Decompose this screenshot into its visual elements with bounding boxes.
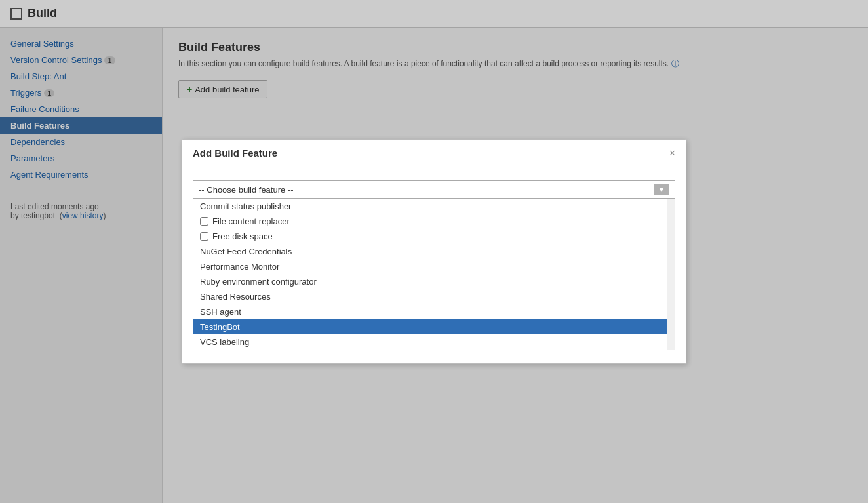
feature-select-wrapper: -- Choose build feature -- ▼ Commit stat… — [193, 180, 675, 350]
dropdown-list: Commit status publisherFile content repl… — [193, 199, 675, 350]
dropdown-item-commit-status-publisher[interactable]: Commit status publisher — [193, 199, 675, 214]
dropdown-item-label-ruby-environment-configurator: Ruby environment configurator — [200, 277, 317, 287]
dropdown-item-nuget-feed-credentials[interactable]: NuGet Feed Credentials — [193, 244, 675, 259]
dropdown-item-ssh-agent[interactable]: SSH agent — [193, 304, 675, 319]
checkbox-file-content-replacer[interactable] — [200, 217, 208, 226]
dropdown-item-label-testingbot: TestingBot — [200, 322, 240, 332]
checkbox-free-disk-space[interactable] — [200, 232, 208, 241]
dropdown-item-label-shared-resources: Shared Resources — [200, 292, 271, 302]
dropdown-item-label-performance-monitor: Performance Monitor — [200, 262, 279, 272]
modal-overlay: Add Build Feature × -- Choose build feat… — [0, 0, 868, 503]
dropdown-item-ruby-environment-configurator[interactable]: Ruby environment configurator — [193, 274, 675, 289]
modal-header: Add Build Feature × — [182, 140, 686, 167]
dropdown-item-label-vcs-labeling: VCS labeling — [200, 337, 249, 347]
dropdown-item-label-nuget-feed-credentials: NuGet Feed Credentials — [200, 247, 292, 256]
select-placeholder: -- Choose build feature -- — [199, 185, 294, 195]
dropdown-item-free-disk-space[interactable]: Free disk space — [193, 229, 675, 244]
dropdown-scrollbar[interactable] — [667, 199, 675, 350]
modal-body: -- Choose build feature -- ▼ Commit stat… — [182, 167, 686, 363]
dropdown-item-label-ssh-agent: SSH agent — [200, 307, 241, 317]
dropdown-item-label-file-content-replacer: File content replacer — [212, 216, 290, 226]
modal-title: Add Build Feature — [193, 148, 277, 159]
dropdown-item-file-content-replacer[interactable]: File content replacer — [193, 214, 675, 229]
dropdown-item-label-commit-status-publisher: Commit status publisher — [200, 201, 291, 211]
feature-select-display[interactable]: -- Choose build feature -- ▼ — [193, 180, 675, 199]
dropdown-item-performance-monitor[interactable]: Performance Monitor — [193, 259, 675, 274]
dropdown-item-label-free-disk-space: Free disk space — [212, 231, 273, 241]
dropdown-item-testingbot[interactable]: TestingBot — [193, 319, 675, 334]
page-wrapper: Build General SettingsVersion Control Se… — [0, 0, 868, 503]
modal-close-button[interactable]: × — [669, 148, 675, 159]
dropdown-item-shared-resources[interactable]: Shared Resources — [193, 289, 675, 304]
add-build-feature-modal: Add Build Feature × -- Choose build feat… — [182, 139, 686, 364]
select-arrow-icon: ▼ — [654, 184, 669, 195]
dropdown-item-vcs-labeling[interactable]: VCS labeling — [193, 334, 675, 350]
